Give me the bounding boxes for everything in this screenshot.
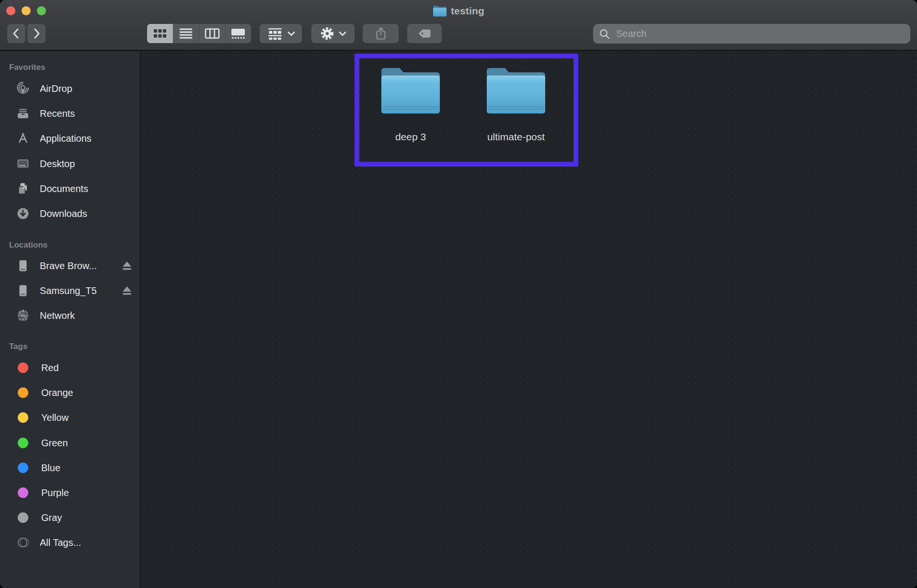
tags-button[interactable] bbox=[407, 24, 442, 43]
sidebar-item-tag-green[interactable]: Green bbox=[0, 430, 140, 455]
gray-tag-icon bbox=[18, 512, 28, 523]
sidebar-item-label: Samsung_T5 bbox=[40, 285, 97, 296]
forward-button[interactable] bbox=[27, 24, 46, 43]
red-tag-icon bbox=[18, 362, 28, 373]
tag-icon bbox=[417, 27, 432, 40]
sidebar-item-tag-orange[interactable]: Orange bbox=[0, 380, 140, 405]
sidebar-item-label: All Tags... bbox=[40, 537, 81, 548]
sidebar-item-desktop[interactable]: Desktop bbox=[0, 151, 140, 176]
sidebar-item-airdrop[interactable]: AirDrop bbox=[0, 76, 140, 101]
list-view-icon bbox=[179, 28, 193, 39]
green-tag-icon bbox=[18, 438, 28, 448]
sidebar-item-label: Green bbox=[41, 438, 68, 449]
list-view-button[interactable] bbox=[173, 24, 199, 43]
external-drive-icon bbox=[16, 284, 30, 297]
group-by-icon bbox=[267, 27, 283, 40]
folder-icon bbox=[433, 6, 447, 17]
back-button[interactable] bbox=[7, 24, 25, 43]
chevron-down-icon bbox=[339, 31, 346, 36]
grid-view-icon bbox=[153, 28, 167, 39]
sidebar-item-label: Gray bbox=[41, 512, 62, 523]
sidebar-item-applications[interactable]: Applications bbox=[0, 126, 140, 151]
column-view-icon bbox=[205, 28, 220, 39]
group-by-dropdown-button[interactable] bbox=[260, 24, 302, 43]
file-browser-content[interactable]: deep 3 ultimate-post bbox=[142, 52, 917, 588]
sidebar: Favorites AirDrop Recents bbox=[0, 52, 141, 588]
sidebar-item-label: Network bbox=[40, 310, 75, 321]
column-view-button[interactable] bbox=[199, 24, 225, 43]
sidebar-item-label: Documents bbox=[40, 183, 88, 194]
titlebar: testing bbox=[0, 0, 917, 51]
icon-view-button[interactable] bbox=[147, 24, 173, 43]
finder-window: testing bbox=[0, 0, 917, 588]
chevron-left-icon bbox=[11, 27, 22, 40]
recents-icon bbox=[16, 107, 30, 120]
sidebar-section-favorites: Favorites bbox=[9, 61, 46, 74]
desktop-icon bbox=[16, 157, 30, 170]
blue-tag-icon bbox=[18, 463, 28, 473]
chevron-right-icon bbox=[31, 27, 42, 40]
chevron-down-icon bbox=[287, 31, 295, 36]
search-field[interactable] bbox=[593, 24, 910, 44]
purple-tag-icon bbox=[18, 487, 28, 498]
sidebar-item-all-tags[interactable]: All Tags... bbox=[0, 530, 140, 555]
search-icon bbox=[599, 28, 610, 40]
sidebar-item-label: Brave Brow... bbox=[40, 260, 97, 271]
sidebar-item-network[interactable]: Network bbox=[0, 303, 140, 328]
gallery-view-icon bbox=[230, 28, 246, 39]
sidebar-item-recents[interactable]: Recents bbox=[0, 101, 140, 126]
sidebar-item-label: Red bbox=[41, 362, 59, 373]
sidebar-item-label: Yellow bbox=[41, 412, 69, 423]
sidebar-item-downloads[interactable]: Downloads bbox=[0, 201, 140, 226]
action-dropdown-button[interactable] bbox=[311, 24, 355, 43]
folder-icon bbox=[487, 68, 545, 113]
sidebar-item-label: Downloads bbox=[40, 208, 87, 219]
view-mode-segmented-control bbox=[147, 24, 251, 43]
external-drive-icon bbox=[16, 259, 30, 272]
sidebar-item-documents[interactable]: Documents bbox=[0, 176, 140, 201]
airdrop-icon bbox=[16, 82, 30, 95]
window-title: testing bbox=[451, 5, 484, 17]
gallery-view-button[interactable] bbox=[225, 24, 252, 43]
sidebar-item-label: Blue bbox=[41, 463, 60, 474]
gear-icon bbox=[320, 26, 334, 41]
folder-item-deep-3[interactable]: deep 3 bbox=[358, 68, 463, 143]
eject-icon[interactable] bbox=[121, 260, 133, 272]
sidebar-item-label: Orange bbox=[41, 387, 73, 398]
share-button[interactable] bbox=[363, 24, 399, 43]
sidebar-item-label: Purple bbox=[41, 487, 69, 498]
sidebar-item-brave-browser-drive[interactable]: Brave Brow... bbox=[0, 253, 140, 278]
search-input[interactable] bbox=[615, 28, 905, 40]
folder-icon bbox=[381, 68, 440, 113]
sidebar-item-tag-yellow[interactable]: Yellow bbox=[0, 405, 140, 430]
sidebar-item-label: AirDrop bbox=[40, 83, 72, 94]
sidebar-item-tag-blue[interactable]: Blue bbox=[0, 455, 140, 480]
sidebar-item-label: Applications bbox=[40, 133, 92, 144]
folder-name: ultimate-post bbox=[463, 131, 569, 143]
network-globe-icon bbox=[16, 309, 30, 322]
orange-tag-icon bbox=[18, 387, 28, 398]
applications-icon bbox=[16, 132, 30, 145]
sidebar-item-tag-purple[interactable]: Purple bbox=[0, 480, 140, 505]
downloads-icon bbox=[16, 207, 30, 220]
sidebar-section-locations: Locations bbox=[9, 239, 47, 251]
all-tags-icon bbox=[17, 536, 30, 549]
yellow-tag-icon bbox=[18, 412, 28, 423]
folder-name: deep 3 bbox=[358, 131, 463, 143]
sidebar-item-tag-red[interactable]: Red bbox=[0, 355, 140, 380]
window-title-area: testing bbox=[0, 3, 917, 19]
folder-item-ultimate-post[interactable]: ultimate-post bbox=[463, 68, 569, 143]
documents-icon bbox=[16, 182, 30, 195]
eject-icon[interactable] bbox=[121, 284, 133, 297]
share-icon bbox=[375, 27, 387, 40]
sidebar-item-tag-gray[interactable]: Gray bbox=[0, 505, 140, 530]
sidebar-item-label: Recents bbox=[40, 108, 75, 119]
sidebar-item-samsung-t5-drive[interactable]: Samsung_T5 bbox=[0, 278, 140, 303]
sidebar-section-tags: Tags bbox=[9, 340, 27, 353]
sidebar-item-label: Desktop bbox=[40, 158, 75, 170]
